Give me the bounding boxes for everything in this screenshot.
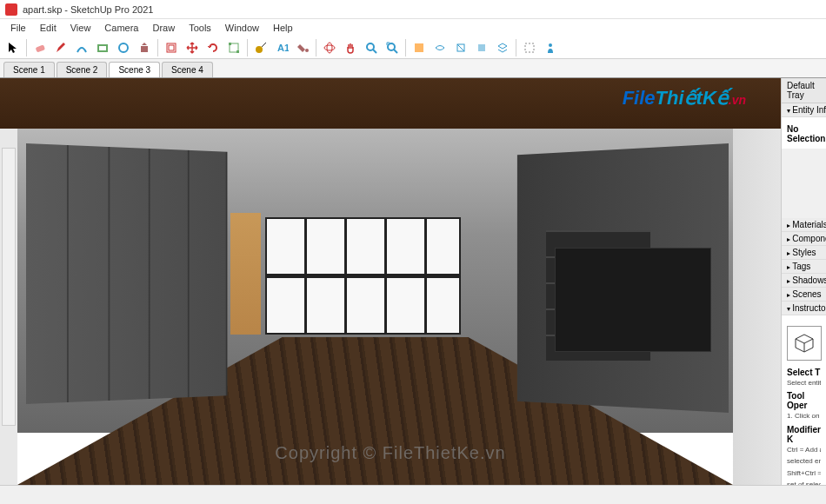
svg-rect-7 — [229, 43, 231, 45]
scene-tab-4[interactable]: Scene 4 — [162, 62, 213, 77]
section-plane-icon[interactable] — [410, 38, 429, 57]
toolbar-separator — [157, 39, 158, 56]
section-cut-icon[interactable] — [451, 38, 470, 57]
instructor-content: Select T Select entiti other tools o Too… — [782, 315, 826, 485]
entity-info-content: No Selection — [782, 117, 826, 149]
layers-icon[interactable] — [493, 38, 512, 57]
workspace: FileThiếtKế.vn Copyright © FileThietKe.v… — [0, 78, 826, 485]
tray-title[interactable]: Default Tray — [782, 78, 826, 103]
tape-measure-tool-icon[interactable] — [251, 38, 270, 57]
rectangle-tool-icon[interactable] — [93, 38, 112, 57]
menu-file[interactable]: File — [3, 21, 33, 35]
entity-status: No Selection — [787, 124, 821, 143]
tray-instructor[interactable]: Instructor — [782, 302, 826, 315]
menu-bar: File Edit View Camera Draw Tools Window … — [0, 19, 826, 36]
menu-edit[interactable]: Edit — [33, 21, 63, 35]
tray-materials[interactable]: Materials — [782, 218, 826, 232]
svg-point-9 — [256, 46, 263, 53]
zoom-tool-icon[interactable] — [362, 38, 381, 57]
eraser-tool-icon[interactable] — [30, 38, 50, 57]
arc-tool-icon[interactable] — [72, 38, 91, 57]
instructor-op-title: Tool Oper — [787, 391, 821, 410]
watermark-logo: FileThiếtKế.vn — [623, 87, 746, 109]
svg-point-14 — [367, 43, 374, 50]
status-bar — [0, 485, 826, 504]
scene-tab-2[interactable]: Scene 2 — [57, 62, 108, 77]
svg-point-13 — [327, 43, 332, 53]
menu-window[interactable]: Window — [218, 21, 266, 35]
copyright-watermark: Copyright © FileThietKe.vn — [275, 443, 505, 463]
window-title: apart.skp - SketchUp Pro 2021 — [23, 4, 153, 15]
scene-render — [0, 78, 781, 485]
menu-help[interactable]: Help — [266, 21, 300, 35]
paint-bucket-tool-icon[interactable] — [293, 38, 312, 57]
menu-draw[interactable]: Draw — [145, 21, 182, 35]
pencil-tool-icon[interactable] — [51, 38, 70, 57]
svg-point-12 — [324, 45, 335, 50]
select-tool-icon[interactable] — [3, 38, 23, 57]
svg-point-2 — [119, 43, 128, 52]
scene-tab-1[interactable]: Scene 1 — [3, 62, 55, 77]
xray-icon[interactable] — [520, 38, 539, 57]
door — [2, 148, 16, 426]
svg-rect-5 — [169, 45, 174, 50]
instructor-mod-title: Modifier K — [787, 425, 821, 444]
instructor-heading: Select T — [787, 368, 821, 377]
scene-tab-3[interactable]: Scene 3 — [109, 62, 160, 77]
3d-viewport[interactable]: FileThiếtKế.vn Copyright © FileThietKe.v… — [0, 78, 781, 485]
right-wall — [733, 129, 781, 485]
text-tool-icon[interactable]: A1 — [272, 38, 291, 57]
main-toolbar: A1 — [0, 36, 826, 59]
zoom-extents-tool-icon[interactable] — [383, 38, 402, 57]
move-tool-icon[interactable] — [183, 38, 202, 57]
tray-components[interactable]: Components — [782, 232, 826, 246]
tray-styles[interactable]: Styles — [782, 246, 826, 260]
instructor-desc: Select entiti other tools o — [787, 379, 821, 388]
toolbar-separator — [247, 39, 248, 56]
toolbar-separator — [516, 39, 516, 56]
window-grid — [265, 217, 461, 335]
rotate-tool-icon[interactable] — [203, 38, 223, 57]
tray-shadows[interactable]: Shadows — [782, 274, 826, 288]
person-icon[interactable] — [541, 38, 560, 57]
wood-accent — [230, 213, 261, 335]
svg-point-11 — [305, 49, 309, 52]
toolbar-separator — [316, 39, 316, 56]
menu-tools[interactable]: Tools — [182, 21, 218, 35]
pan-tool-icon[interactable] — [341, 38, 360, 57]
svg-point-15 — [388, 43, 395, 50]
svg-point-20 — [549, 43, 552, 47]
scene-tabs: Scene 1 Scene 2 Scene 3 Scene 4 — [0, 59, 826, 78]
instructor-preview-icon — [787, 326, 822, 361]
circle-tool-icon[interactable] — [114, 38, 133, 57]
default-tray: Default Tray Entity Info No Selection Ma… — [781, 78, 826, 485]
logo-part-file: File — [623, 87, 656, 109]
menu-view[interactable]: View — [63, 21, 98, 35]
toolbar-separator — [405, 39, 406, 56]
menu-camera[interactable]: Camera — [97, 21, 145, 35]
tv-panel — [555, 248, 711, 352]
logo-part-vn: .vn — [729, 93, 746, 107]
svg-rect-19 — [525, 43, 534, 52]
svg-rect-16 — [415, 43, 423, 52]
tray-scenes[interactable]: Scenes — [782, 288, 826, 302]
section-display-icon[interactable] — [430, 38, 450, 57]
toolbar-separator — [26, 39, 27, 56]
svg-rect-3 — [141, 46, 148, 52]
logo-part-tk: ThiếtKế — [656, 87, 729, 109]
tray-entity-info[interactable]: Entity Info — [782, 103, 826, 117]
tray-tags[interactable]: Tags — [782, 260, 826, 274]
left-cabinets — [26, 143, 227, 404]
svg-rect-8 — [236, 50, 239, 53]
offset-tool-icon[interactable] — [162, 38, 181, 57]
section-fill-icon[interactable] — [472, 38, 491, 57]
app-icon — [5, 3, 17, 16]
orbit-tool-icon[interactable] — [320, 38, 339, 57]
push-pull-tool-icon[interactable] — [135, 38, 154, 57]
svg-text:A1: A1 — [277, 43, 289, 53]
svg-rect-0 — [36, 44, 45, 52]
title-bar: apart.skp - SketchUp Pro 2021 — [0, 0, 826, 19]
svg-rect-18 — [478, 44, 485, 51]
svg-rect-1 — [98, 45, 107, 51]
scale-tool-icon[interactable] — [224, 38, 243, 57]
